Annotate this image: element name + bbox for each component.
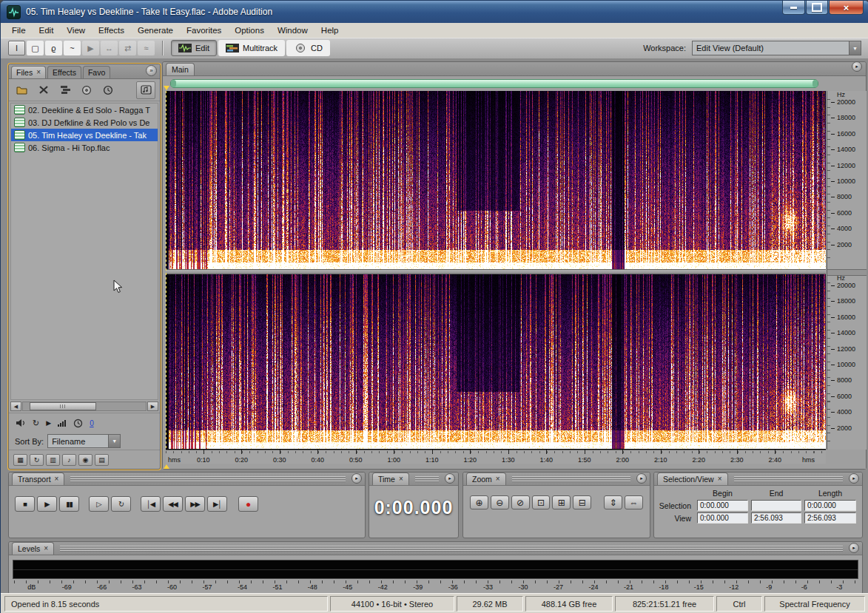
files-options-toggle[interactable] [136,81,155,99]
scrollbar-thumb[interactable] [30,402,96,410]
playhead-marker-bottom[interactable] [164,464,169,469]
menu-item[interactable]: Window [271,24,314,36]
menu-item[interactable]: Generate [131,24,180,36]
preview-volume-icon[interactable] [58,420,67,427]
transport-play-button[interactable]: ▶ [37,496,57,512]
channel-divider[interactable] [166,269,826,274]
auto-play-speaker-icon[interactable] [16,419,26,427]
preview-volume-value[interactable]: 0 [90,419,94,427]
menu-item[interactable]: Effects [92,24,131,36]
level-meter[interactable] [13,560,858,579]
zoom-in-horizontal-button[interactable]: ⊕ [470,495,488,509]
view-length-field[interactable]: 2:56.093 [804,512,856,524]
close-tab-icon[interactable]: × [55,475,59,483]
chevron-down-icon[interactable]: ▼ [849,41,861,55]
tab-files[interactable]: Files × [11,66,46,78]
show-midi-files-toggle[interactable]: ♪ [62,454,76,466]
tab-main[interactable]: Main [166,63,195,75]
horizontal-range-scrollbar[interactable] [170,79,818,88]
panel-menu-icon[interactable]: ▸ [849,473,859,484]
maximize-button[interactable] [806,1,828,15]
selection-view-tab[interactable]: Selection/View × [657,473,728,485]
transport-play-looped-button[interactable]: ↻ [111,496,131,512]
menu-item[interactable]: Help [314,24,346,36]
zoom-in-left-edge-button[interactable]: ⊞ [552,495,571,509]
panel-drag-grip[interactable] [415,476,439,482]
transport-fast-forward-button[interactable]: ▶▶ [185,496,205,512]
edit-view-button[interactable]: Edit [171,40,217,56]
tab-overflow-button[interactable]: » [146,65,157,76]
file-list-item[interactable]: 06. Sigma - Hi Top.flac [11,141,158,154]
close-tab-icon[interactable]: × [36,69,41,76]
transport-go-to-end-button[interactable]: ▶│ [207,496,227,512]
close-tab-icon[interactable]: × [44,545,48,552]
cd-view-button[interactable]: CD [286,40,330,56]
import-file-button[interactable] [13,82,31,98]
move-copy-clip-tool[interactable]: ▶ [82,41,99,55]
transport-tab[interactable]: Transport × [12,473,64,485]
playhead-line[interactable] [166,91,166,450]
panel-menu-icon[interactable]: ▸ [351,473,362,484]
time-tab[interactable]: Time × [372,473,409,485]
spectrogram-channel-right[interactable] [166,274,826,449]
panel-drag-grip[interactable] [512,476,630,482]
close-tab-icon[interactable]: × [718,475,722,483]
current-time-value[interactable]: 0:00.000 [374,497,454,518]
duration-clock-icon[interactable] [73,419,83,428]
file-duration-button[interactable] [99,82,117,98]
scrollbar-track[interactable] [22,402,147,411]
panel-drag-grip[interactable] [60,546,843,552]
transport-stop-button[interactable]: ■ [15,496,35,512]
scroll-right-icon[interactable]: ▶ [147,402,158,411]
transport-pause-button[interactable]: ▮▮ [59,496,79,512]
selection-end-field[interactable] [751,500,801,511]
view-begin-field[interactable]: 0:00.000 [697,512,748,524]
zoom-in-vertical-button[interactable]: ⇕ [604,495,622,509]
panel-menu-icon[interactable]: ▸ [445,473,455,484]
spectrogram-channel-left[interactable] [166,91,826,269]
loop-play-icon[interactable]: ↻ [33,419,39,427]
marquee-selection-tool[interactable]: ▢ [27,41,44,55]
show-video-files-toggle[interactable]: ▥ [46,454,60,466]
selection-length-field[interactable]: 0:00.000 [804,500,856,511]
close-files-button[interactable] [35,82,53,98]
panel-drag-grip[interactable] [70,476,346,482]
show-loop-files-toggle[interactable]: ↻ [30,454,44,466]
panel-menu-icon[interactable]: ▸ [852,61,862,72]
zoom-in-right-edge-button[interactable]: ⊟ [573,495,591,509]
insert-into-multitrack-button[interactable] [56,82,74,98]
multitrack-scrub-tool[interactable]: ≈ [138,41,155,55]
menu-item[interactable]: Favorites [180,24,228,36]
transport-rewind-button[interactable]: ◀◀ [163,496,183,512]
menu-item[interactable]: View [60,24,92,36]
window-titlebar[interactable]: 05. Tim Healey vs Deekline - Take It Eas… [1,1,868,23]
menu-item[interactable]: File [5,24,33,36]
zoom-tab[interactable]: Zoom × [466,473,506,485]
workspace-select[interactable]: Edit View (Default) ▼ [692,41,861,55]
tab-favorites[interactable]: Favo [83,66,110,78]
scroll-left-icon[interactable]: ◀ [10,402,21,411]
preview-play-icon[interactable]: ▶ [46,420,51,427]
panel-menu-icon[interactable]: ▸ [636,473,647,484]
playhead-marker-top[interactable] [164,86,169,90]
zoom-out-full-button[interactable]: ⊘ [511,495,530,509]
time-selection-tool[interactable]: I [8,41,25,55]
transport-go-to-beginning-button[interactable]: │◀ [141,496,161,512]
zoom-out-horizontal-button[interactable]: ⊖ [491,495,509,509]
minimize-button[interactable] [782,1,805,15]
sort-by-select[interactable]: Filename ▼ [47,434,121,448]
file-list-item[interactable]: 03. DJ Defkline & Red Polo vs De [11,116,158,129]
show-full-paths-toggle[interactable]: ▤ [95,454,109,466]
hybrid-tool[interactable]: ⇄ [119,41,136,55]
scrub-tool[interactable]: ~ [64,41,81,55]
zoom-out-vertical-button[interactable]: ⇔ [625,495,643,509]
file-list-item[interactable]: 02. Deekline & Ed Solo - Ragga T [11,104,158,116]
transport-play-from-cursor-button[interactable]: ▷ [89,496,109,512]
multitrack-view-button[interactable]: Multitrack [218,40,285,56]
panel-drag-grip[interactable] [734,476,843,482]
view-end-field[interactable]: 2:56.093 [751,512,801,524]
insert-into-cd-button[interactable] [78,82,95,98]
menu-item[interactable]: Edit [33,24,61,36]
transport-record-button[interactable]: ● [238,496,258,512]
show-audio-files-toggle[interactable]: ▦ [13,454,27,466]
